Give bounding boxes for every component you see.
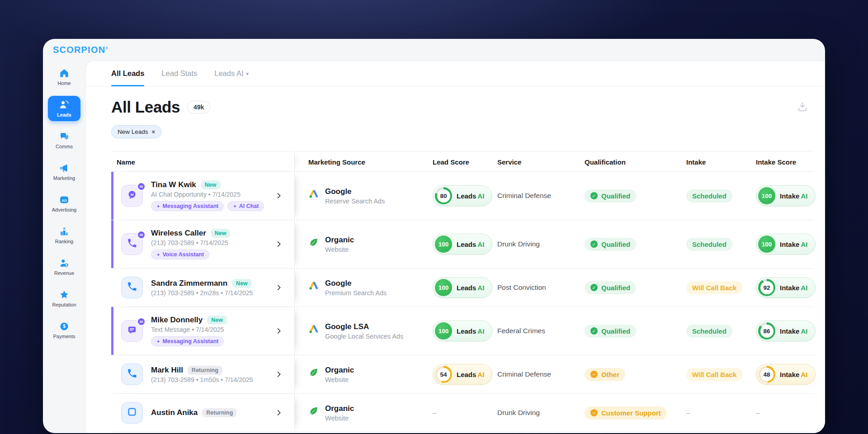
sidebar-item-payments[interactable]: $Payments (48, 317, 80, 343)
filter-chip-new-leads[interactable]: New Leads × (111, 125, 161, 138)
reputation-icon (59, 289, 70, 300)
intake-ai-score-pill[interactable]: 48IntakeAI (756, 364, 816, 385)
column-header-marketing-source: Marketing Source (295, 158, 419, 166)
svg-text:$: $ (66, 264, 67, 267)
qualification-cell: ✓Qualified (571, 238, 673, 251)
service-cell: Drunk Driving (484, 409, 571, 417)
qualification-badge: ✓Qualified (585, 325, 636, 338)
score-circle: 100 (758, 187, 775, 204)
main-panel: All LeadsLead StatsLeads AI▾ All Leads 4… (85, 61, 825, 433)
comms-icon (59, 131, 70, 142)
payments-icon: $ (59, 321, 70, 332)
score-label: LeadsAI (457, 327, 484, 335)
score-circle: 48 (758, 366, 775, 383)
sparkle-icon: ✦ (156, 204, 160, 209)
marketing-source-cell: OrganicWebsite (295, 366, 419, 383)
lead-name: Mike Donnelly (151, 316, 203, 325)
tab-all-leads[interactable]: All Leads (111, 61, 144, 86)
close-icon[interactable]: × (152, 128, 156, 135)
name-cell: AIMike DonnellyNewText Message • 7/14/20… (111, 307, 295, 355)
ai-mini-badge: AI (137, 231, 146, 239)
sidebar-item-revenue[interactable]: $Revenue (48, 254, 80, 279)
download-icon[interactable] (797, 101, 809, 113)
name-cell: AIAITina W KwikNewAI Chat Opportunity • … (111, 172, 295, 220)
sidebar-item-ranking[interactable]: Ranking (48, 222, 80, 248)
leads-table: NameMarketing SourceLead ScoreServiceQua… (111, 151, 814, 432)
sidebar-item-reputation[interactable]: Reputation (48, 286, 80, 311)
tab-lead-stats[interactable]: Lead Stats (161, 61, 197, 86)
lead-row[interactable]: AIWireless CallerNew(213) 703-2589 • 7/1… (111, 220, 814, 269)
score-label: IntakeAI (780, 327, 807, 335)
svg-text:AI: AI (130, 193, 133, 197)
page-title: All Leads (111, 98, 180, 116)
sidebar-item-label: Reputation (52, 302, 76, 307)
chevron-right-icon[interactable] (275, 409, 283, 416)
form-icon (127, 406, 137, 419)
qualification-label: Qualified (601, 327, 630, 335)
source-title: Google (325, 187, 385, 196)
marketing-icon (59, 163, 70, 174)
revenue-icon: $ (59, 258, 70, 269)
intake-ai-score-pill[interactable]: 100IntakeAI (756, 234, 816, 255)
lead-avatar: AI (121, 233, 143, 255)
sidebar-item-marketing[interactable]: Marketing (48, 159, 80, 184)
intake-status-badge: Will Call Back (686, 281, 742, 294)
chevron-right-icon[interactable] (275, 284, 283, 291)
score-circle: 80 (435, 187, 452, 204)
intake-score-cell: – (742, 409, 814, 417)
svg-text:$: $ (63, 324, 66, 329)
lead-row[interactable]: Mark HillReturning(213) 703-2589 • 1m50s… (111, 355, 814, 394)
intake-score-cell: 100IntakeAI (742, 234, 814, 255)
source-title: Organic (325, 236, 354, 245)
status-badge: New (201, 180, 221, 189)
intake-ai-score-pill[interactable]: 86IntakeAI (756, 321, 816, 341)
message-icon (127, 325, 137, 337)
chevron-right-icon[interactable] (275, 327, 283, 335)
score-label: LeadsAI (457, 192, 484, 200)
qualification-label: Customer Support (601, 409, 661, 417)
lead-subtitle: (213) 703-2589 • 7/14/2025 (151, 239, 267, 246)
source-subtitle: Website (325, 246, 354, 253)
empty-score: – (433, 409, 436, 416)
score-circle: 100 (435, 236, 452, 253)
score-circle: 100 (435, 322, 452, 340)
score-label: IntakeAI (780, 192, 807, 200)
intake-ai-score-pill[interactable]: 100IntakeAI (756, 185, 816, 206)
intake-status-badge: Scheduled (686, 189, 732, 203)
source-subtitle: Website (325, 415, 354, 422)
column-header-intake: Intake (673, 158, 742, 166)
qualification-badge: ✓Qualified (585, 281, 636, 294)
lead-row[interactable]: AIMike DonnellyNewText Message • 7/14/20… (111, 307, 814, 355)
sidebar-item-leads[interactable]: Leads (48, 96, 80, 121)
google-ads-icon (308, 324, 319, 335)
qualification-label: Qualified (601, 284, 630, 292)
score-circle: 92 (758, 279, 775, 296)
status-badge: Returning (188, 366, 222, 375)
lead-row[interactable]: Austin AnikaReturningOrganicWebsite–Drun… (111, 394, 814, 432)
lead-row[interactable]: Sandra ZimmermannNew(213) 703-2589 • 2m2… (111, 269, 814, 307)
status-badge: Returning (202, 408, 237, 417)
score-circle: 100 (435, 279, 452, 296)
source-subtitle: Website (325, 376, 354, 383)
chevron-right-icon[interactable] (275, 192, 283, 199)
source-subtitle: Premium Search Ads (325, 289, 387, 297)
sidebar-item-label: Leads (57, 112, 71, 118)
intake-status-badge: Will Call Back (686, 368, 742, 381)
lead-score-cell: – (419, 409, 484, 417)
sidebar-item-advertising[interactable]: ADAdvertising (48, 191, 80, 216)
lead-avatar (121, 277, 143, 298)
chevron-right-icon[interactable] (275, 371, 283, 378)
sidebar-item-home[interactable]: Home (48, 64, 80, 90)
sidebar-item-label: Ranking (55, 239, 73, 244)
source-subtitle: Google Local Services Ads (325, 333, 403, 340)
sidebar-item-comms[interactable]: Comms (48, 127, 80, 153)
chevron-right-icon[interactable] (275, 241, 283, 248)
lead-row[interactable]: AIAITina W KwikNewAI Chat Opportunity • … (111, 172, 814, 220)
intake-score-cell: 48IntakeAI (742, 364, 814, 385)
leaf-icon (308, 367, 319, 378)
table-body: AIAITina W KwikNewAI Chat Opportunity • … (111, 172, 814, 432)
source-subtitle: Reserve Search Ads (325, 198, 385, 205)
tab-leads-ai[interactable]: Leads AI▾ (214, 61, 249, 86)
intake-ai-score-pill[interactable]: 92IntakeAI (756, 277, 816, 298)
top-bar: SCORPION® (43, 39, 825, 61)
